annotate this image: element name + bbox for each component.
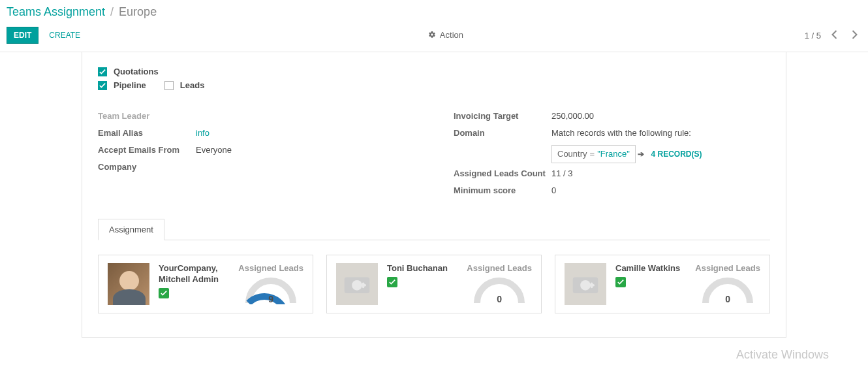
- member-name: YourCompany, Mitchell Admin: [159, 263, 233, 285]
- member-name: Toni Buchanan: [387, 263, 461, 274]
- invoicing-target-value: 250,000.00: [551, 110, 594, 123]
- accept-emails-label: Accept Emails From: [98, 144, 196, 157]
- records-count: 4 RECORD(S): [651, 148, 702, 161]
- pager-next[interactable]: [848, 27, 861, 44]
- breadcrumb-separator: /: [110, 5, 114, 19]
- assigned-leads-count-value: 11 / 3: [551, 167, 573, 180]
- domain-label: Domain: [454, 127, 551, 163]
- leads-count: 9: [245, 294, 297, 304]
- quotations-checkbox[interactable]: [98, 67, 107, 76]
- active-check-icon: [387, 277, 397, 287]
- edit-button[interactable]: EDIT: [7, 27, 39, 44]
- domain-rule[interactable]: Country = "France": [551, 145, 636, 163]
- arrow-right-icon: ➔: [638, 148, 644, 161]
- member-name: Camille Watkins: [615, 263, 690, 274]
- pager-prev[interactable]: [828, 27, 841, 44]
- minimum-score-value: 0: [551, 184, 556, 197]
- breadcrumb-current: Europe: [119, 5, 157, 19]
- company-label: Company: [98, 161, 196, 174]
- member-card[interactable]: Camille WatkinsAssigned Leads0: [555, 255, 770, 313]
- assigned-leads-count-label: Assigned Leads Count: [454, 167, 551, 180]
- leads-gauge: 0: [473, 277, 525, 304]
- email-alias-value[interactable]: info: [196, 128, 209, 138]
- rule-value: "France": [597, 148, 630, 161]
- assigned-leads-label: Assigned Leads: [467, 263, 532, 273]
- tab-assignment[interactable]: Assignment: [98, 219, 164, 240]
- action-dropdown[interactable]: Action: [428, 30, 463, 40]
- leads-count: 0: [473, 294, 525, 304]
- pipeline-checkbox[interactable]: [98, 81, 107, 90]
- gear-icon: [428, 31, 436, 39]
- camera-plus-icon: [343, 274, 371, 295]
- breadcrumb: Teams Assignment / Europe: [7, 5, 861, 19]
- quotations-label: Quotations: [114, 67, 159, 76]
- action-label: Action: [440, 30, 463, 40]
- camera-plus-icon: [572, 274, 599, 295]
- email-alias-label: Email Alias: [98, 127, 196, 140]
- avatar-placeholder: [565, 263, 606, 305]
- avatar-placeholder: [336, 263, 378, 305]
- avatar: [108, 263, 149, 305]
- create-button[interactable]: CREATE: [42, 27, 87, 43]
- accept-emails-value: Everyone: [196, 144, 232, 157]
- chevron-right-icon: [852, 30, 858, 39]
- chevron-left-icon: [831, 30, 837, 39]
- active-check-icon: [615, 277, 626, 287]
- assigned-leads-label: Assigned Leads: [238, 263, 303, 273]
- rule-operator: =: [590, 148, 595, 161]
- assigned-leads-label: Assigned Leads: [695, 263, 760, 273]
- pager-text: 1 / 5: [805, 31, 821, 40]
- invoicing-target-label: Invoicing Target: [454, 110, 551, 123]
- leads-label: Leads: [180, 80, 205, 90]
- member-card[interactable]: Toni BuchananAssigned Leads0: [326, 255, 542, 313]
- active-check-icon: [159, 288, 169, 298]
- team-leader-label: Team Leader: [98, 110, 196, 123]
- svg-rect-7: [591, 282, 593, 288]
- minimum-score-label: Minimum score: [454, 184, 551, 197]
- svg-rect-3: [362, 282, 365, 288]
- leads-gauge: 9: [245, 277, 297, 304]
- member-card[interactable]: YourCompany, Mitchell AdminAssigned Lead…: [98, 255, 313, 313]
- records-link[interactable]: ➔ 4 RECORD(S): [638, 148, 702, 161]
- breadcrumb-parent[interactable]: Teams Assignment: [7, 5, 105, 19]
- leads-count: 0: [702, 294, 754, 304]
- pipeline-label: Pipeline: [114, 80, 146, 90]
- leads-gauge: 0: [702, 277, 754, 304]
- leads-checkbox[interactable]: [164, 81, 174, 90]
- domain-description: Match records with the following rule:: [551, 127, 702, 140]
- rule-field: Country: [557, 148, 587, 161]
